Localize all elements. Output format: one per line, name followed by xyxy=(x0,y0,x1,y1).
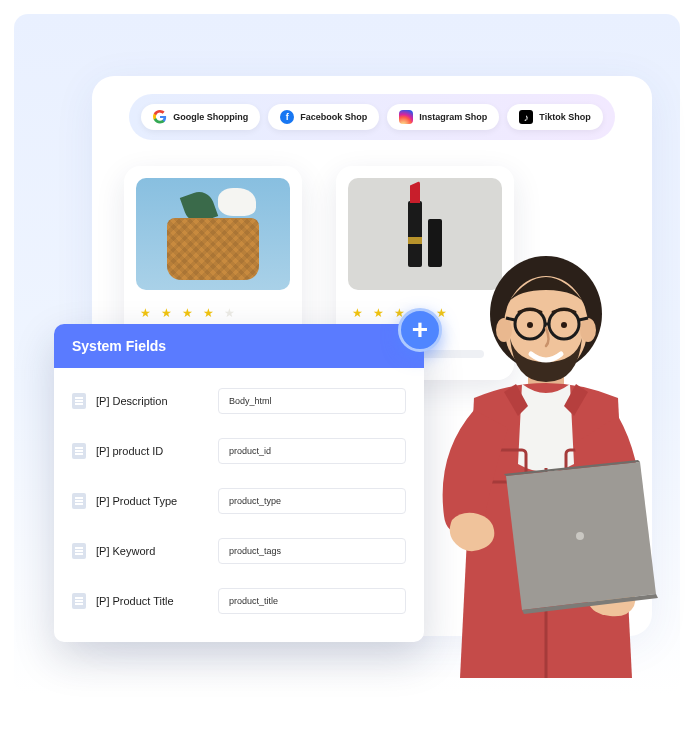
platform-label: Tiktok Shop xyxy=(539,112,590,122)
field-input-product-type[interactable] xyxy=(218,488,406,514)
star-icon: ★ xyxy=(224,306,235,320)
product-thumbnail-lipstick xyxy=(348,178,502,290)
platform-chip-google[interactable]: Google Shopping xyxy=(141,104,260,130)
field-label: [P] Description xyxy=(96,395,208,407)
field-input-product-id[interactable] xyxy=(218,438,406,464)
system-fields-body: [P] Description [P] product ID [P] Produ… xyxy=(54,368,424,642)
field-input-description[interactable] xyxy=(218,388,406,414)
star-icon: ★ xyxy=(203,306,214,320)
document-icon xyxy=(72,443,86,459)
instagram-icon xyxy=(399,110,413,124)
stage-background: Google Shopping f Facebook Shop Instagra… xyxy=(14,14,680,694)
field-input-keyword[interactable] xyxy=(218,538,406,564)
document-icon xyxy=(72,393,86,409)
field-input-product-title[interactable] xyxy=(218,588,406,614)
document-icon xyxy=(72,593,86,609)
platforms-bar: Google Shopping f Facebook Shop Instagra… xyxy=(92,94,652,140)
document-icon xyxy=(72,493,86,509)
field-label: [P] Product Type xyxy=(96,495,208,507)
tiktok-icon: ♪ xyxy=(519,110,533,124)
system-fields-header: System Fields + xyxy=(54,324,424,368)
star-icon: ★ xyxy=(182,306,193,320)
star-icon: ★ xyxy=(140,306,151,320)
platform-chip-facebook[interactable]: f Facebook Shop xyxy=(268,104,379,130)
field-label: [P] Product Title xyxy=(96,595,208,607)
field-row: [P] Keyword xyxy=(70,526,408,576)
star-icon: ★ xyxy=(161,306,172,320)
facebook-icon: f xyxy=(280,110,294,124)
platform-chip-tiktok[interactable]: ♪ Tiktok Shop xyxy=(507,104,602,130)
field-label: [P] product ID xyxy=(96,445,208,457)
system-fields-title: System Fields xyxy=(72,338,166,354)
google-icon xyxy=(153,110,167,124)
star-rating: ★ ★ ★ ★ ★ xyxy=(136,306,290,320)
field-row: [P] Product Type xyxy=(70,476,408,526)
field-row: [P] Product Title xyxy=(70,576,408,626)
platform-label: Instagram Shop xyxy=(419,112,487,122)
platform-chip-instagram[interactable]: Instagram Shop xyxy=(387,104,499,130)
platforms-inner: Google Shopping f Facebook Shop Instagra… xyxy=(129,94,614,140)
field-row: [P] product ID xyxy=(70,426,408,476)
document-icon xyxy=(72,543,86,559)
product-thumbnail-basket xyxy=(136,178,290,290)
field-label: [P] Keyword xyxy=(96,545,208,557)
platform-label: Facebook Shop xyxy=(300,112,367,122)
star-icon: ★ xyxy=(373,306,384,320)
plus-icon: + xyxy=(412,314,428,346)
add-button[interactable]: + xyxy=(398,308,442,352)
system-fields-card: System Fields + [P] Description [P] prod… xyxy=(54,324,424,642)
field-row: [P] Description xyxy=(70,376,408,426)
platform-label: Google Shopping xyxy=(173,112,248,122)
star-icon: ★ xyxy=(352,306,363,320)
